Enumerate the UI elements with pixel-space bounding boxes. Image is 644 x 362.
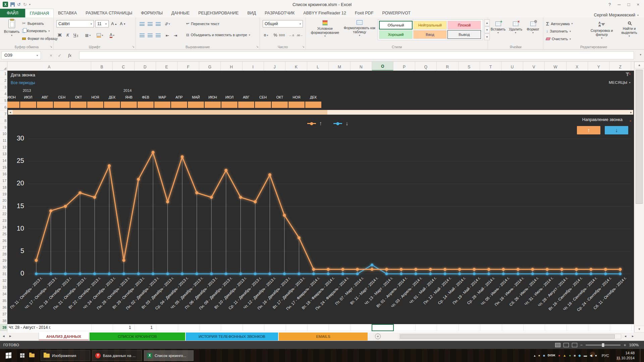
cut-button[interactable]: ✂Вырезать [22, 21, 44, 26]
column-header-e[interactable]: E [156, 62, 177, 71]
timeline-clear-filter-icon[interactable]: × [626, 72, 631, 76]
cell-d39[interactable]: 1 [135, 325, 153, 330]
row-header-27[interactable]: 27 [0, 244, 7, 251]
direction-slicer-clear-filter-icon[interactable]: × [630, 117, 631, 123]
timeline-scrollbar[interactable]: ◂ ▸ [8, 110, 633, 115]
row-header-19[interactable]: 19 [0, 191, 7, 197]
ribbon-tab-4[interactable]: ДАННЫЕ [167, 9, 194, 17]
tray-icon-3[interactable]: ● [558, 354, 560, 357]
percent-style-button[interactable]: % [272, 32, 279, 39]
find-select-button[interactable]: Найти и выделить▾ [616, 21, 642, 38]
merge-center-button[interactable]: ⊟Объединить и поместить в центре▾ [186, 33, 250, 37]
selected-cell[interactable] [372, 324, 394, 331]
column-header-c[interactable]: C [113, 62, 134, 71]
enter-formula-icon[interactable]: ✓ [56, 51, 64, 59]
row-header-9[interactable]: 9 [0, 124, 7, 131]
help-icon[interactable]: ? [608, 2, 611, 7]
timeline-cell-6[interactable] [104, 102, 120, 108]
underline-button[interactable]: Ч▾ [72, 32, 79, 39]
ribbon-tab-3[interactable]: ФОРМУЛЫ [137, 9, 167, 17]
direction-slicer-up-button[interactable]: ↑ [577, 126, 600, 134]
select-all-corner[interactable] [0, 62, 7, 71]
bold-button[interactable]: Ж [56, 32, 63, 39]
row-header-4[interactable]: 4 [0, 91, 7, 98]
row-header-22[interactable]: 22 [0, 211, 7, 218]
column-header-l[interactable]: L [307, 62, 329, 71]
delete-cells-button[interactable]: × Удалить▾ [507, 21, 524, 34]
folder-icon[interactable] [29, 354, 35, 357]
network-icon[interactable]: ▬ [584, 354, 587, 357]
column-header-o[interactable]: O [372, 62, 393, 71]
row-header-16[interactable]: 16 [0, 171, 7, 177]
row-header-33[interactable]: 33 [0, 284, 7, 291]
row-header-32[interactable]: 32 [0, 278, 7, 284]
column-header-g[interactable]: G [199, 62, 221, 71]
ribbon-tab-5[interactable]: РЕЦЕНЗИРОВАНИЕ [194, 9, 243, 17]
start-button[interactable] [0, 349, 17, 362]
sheet-tab-3[interactable]: ИСТОРИЯ ТЕЛЕФОННЫХ ЗВОНКОВ [186, 333, 278, 341]
row-header-5[interactable]: 5 [0, 98, 7, 104]
row-header-28[interactable]: 28 [0, 251, 7, 257]
insert-function-icon[interactable]: fx [66, 51, 74, 59]
cancel-formula-icon[interactable]: × [47, 51, 55, 59]
zoom-level[interactable]: 100% [629, 343, 639, 347]
increase-font-icon[interactable]: А▲ [111, 20, 117, 27]
timeline-cell-15[interactable] [255, 102, 271, 108]
alignment-dialog-launcher[interactable]: ↘ [256, 45, 259, 48]
taskbar-app-2[interactable]: YБаза данных на ... [92, 350, 142, 361]
timeline-cell-16[interactable] [272, 102, 288, 108]
row-header-35[interactable]: 35 [0, 297, 7, 304]
align-top-icon[interactable] [139, 20, 145, 27]
column-header-k[interactable]: K [285, 62, 307, 71]
format-as-table-button[interactable]: Форматировать как таблицу▾ [343, 20, 376, 37]
decrease-decimal-icon[interactable]: .00→ [296, 32, 303, 39]
taskbar-app-3[interactable]: XСписок крюинго... [144, 350, 194, 361]
align-right-icon[interactable] [155, 32, 161, 39]
row-header-30[interactable]: 30 [0, 264, 7, 271]
row-header-2[interactable]: 2 [0, 77, 7, 84]
volume-icon[interactable]: ◀ [590, 354, 592, 357]
font-family-combo[interactable]: Calibri▾ [56, 20, 94, 27]
cell-style-хороший[interactable]: Хороший [379, 30, 413, 39]
cell-style-вывод[interactable]: Вывод [447, 30, 481, 39]
row-header-36[interactable]: 36 [0, 304, 7, 311]
column-header-f[interactable]: F [177, 62, 199, 71]
sheet-tab-1[interactable]: АНАЛИЗ ДАННЫХ [39, 333, 89, 341]
undo-icon[interactable]: ↺ [17, 2, 21, 7]
timeline-cell-17[interactable] [288, 102, 305, 108]
formula-input[interactable] [79, 51, 634, 59]
row-header-21[interactable]: 21 [0, 204, 7, 211]
font-dialog-launcher[interactable]: ↘ [132, 45, 135, 48]
row-header-38[interactable]: 38 [0, 317, 7, 324]
timeline-cell-14[interactable] [238, 102, 254, 108]
column-header-m[interactable]: M [329, 62, 350, 71]
timeline-cell-4[interactable] [70, 102, 87, 108]
column-header-a[interactable]: A [7, 62, 91, 71]
increase-decimal-icon[interactable]: ←.0 [288, 32, 295, 39]
comma-style-button[interactable]: 000 [279, 32, 285, 39]
name-box-arrow-icon[interactable]: ▾ [37, 54, 38, 57]
fill-button[interactable]: ↓Заполнить▾ [546, 29, 571, 34]
align-center-icon[interactable] [147, 32, 153, 39]
sort-filter-button[interactable]: АЯ Сортировка и фильтр▾ [588, 21, 615, 40]
timeline-cell-3[interactable] [54, 102, 70, 108]
row-header-13[interactable]: 13 [0, 151, 7, 158]
column-header-q[interactable]: Q [415, 62, 437, 71]
number-dialog-launcher[interactable]: ↘ [302, 45, 305, 48]
column-header-p[interactable]: P [393, 62, 415, 71]
autosum-button[interactable]: ΣАвтосумма▾ [546, 21, 573, 26]
row-header-3[interactable]: 3 [0, 84, 7, 91]
row-header-37[interactable]: 37 [0, 311, 7, 317]
row-header-10[interactable]: 10 [0, 131, 7, 137]
column-header-b[interactable]: B [91, 62, 113, 71]
vertical-scrollbar[interactable]: ▲ ▼ [634, 62, 644, 333]
timeline-cell-13[interactable] [221, 102, 237, 108]
timeline-cell-18[interactable] [305, 102, 321, 108]
ribbon-tab-10[interactable]: POWERPIVOT [378, 9, 415, 17]
cell-c39[interactable]: 1 [113, 325, 131, 330]
ribbon-tab-0[interactable]: ГЛАВНАЯ [25, 9, 54, 17]
column-header-s[interactable]: S [459, 62, 480, 71]
sheet-nav-right-icon[interactable]: ▸ [9, 334, 11, 338]
column-header-y[interactable]: Y [588, 62, 609, 71]
timeline-cell-1[interactable] [20, 102, 36, 108]
